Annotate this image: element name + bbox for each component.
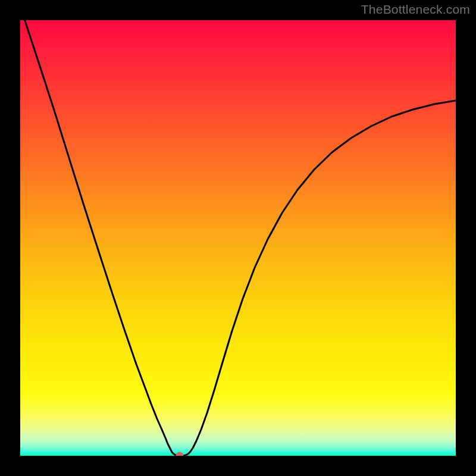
chart-curve [20,20,456,456]
watermark-text: TheBottleneck.com [361,2,470,17]
chart-marker-dot [176,452,184,456]
chart-frame [20,20,456,456]
chart-curve-path [24,20,456,456]
